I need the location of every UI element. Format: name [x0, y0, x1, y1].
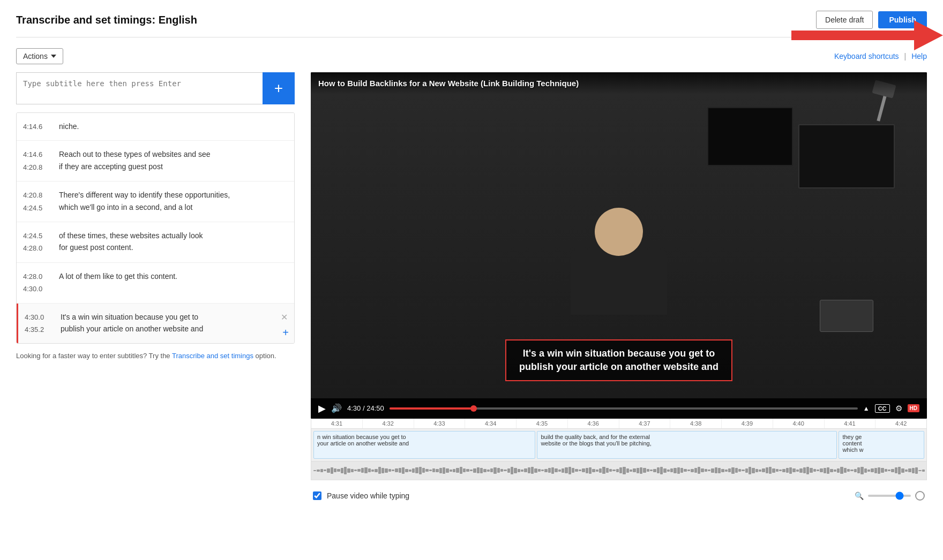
right-panel: How to Build Backlinks for a New Website…	[311, 72, 927, 507]
search-icon: 🔍	[855, 491, 864, 500]
timeline-tick: 4:33	[414, 419, 466, 428]
time-start: 4:28.0	[23, 270, 53, 283]
left-panel: + 4:14.6 niche. 4:14.6 4:20.8	[16, 72, 295, 507]
timeline-tick: 4:39	[722, 419, 773, 428]
hint-text-after: option.	[253, 352, 276, 360]
timeline-ruler: 4:31 4:32 4:33 4:34 4:35 4:36 4:37 4:38 …	[311, 419, 926, 429]
progress-thumb[interactable]	[470, 405, 477, 412]
zoom-slider[interactable]	[868, 495, 911, 497]
time-column: 4:28.0 4:30.0	[23, 270, 53, 296]
bottom-hint: Looking for a faster way to enter subtit…	[16, 352, 295, 360]
time-start: 4:14.6	[23, 148, 53, 161]
timeline-tick: 4:36	[568, 419, 619, 428]
video-controls: ▶ 🔊 4:30 / 24:50 ▲ CC	[311, 398, 927, 419]
progress-bar[interactable]	[390, 407, 858, 410]
toolbar-row: Actions Keyboard shortcuts | Help	[16, 48, 927, 64]
subtitle-text: A lot of them like to get this content.	[59, 270, 288, 282]
timeline-captions: n win situation because you get toyour a…	[311, 429, 926, 461]
time-column: 4:30.0 4:35.2	[25, 311, 54, 336]
chapter-marker-icon: ▲	[863, 405, 870, 412]
subtitle-text: There's different way to identify these …	[59, 189, 288, 213]
timeline-tick: 4:34	[465, 419, 517, 428]
header: Transcribe and set timings: English Dele…	[16, 11, 927, 37]
dropdown-arrow-icon	[51, 55, 56, 58]
subtitle-list: 4:14.6 niche. 4:14.6 4:20.8 Reach out to…	[16, 112, 295, 344]
caption-text: It's a win win situation because you get…	[519, 347, 719, 374]
subtitle-text: of these times, these websites actually …	[59, 230, 288, 254]
time-column: 4:14.6 4:20.8	[23, 148, 53, 173]
actions-label: Actions	[23, 52, 48, 60]
list-item: n win situation because you get toyour a…	[313, 431, 535, 459]
hd-badge[interactable]: HD	[908, 404, 919, 412]
time-start: 4:20.8	[23, 189, 53, 201]
pause-checkbox[interactable]	[313, 491, 321, 500]
table-row: 4:28.0 4:30.0 A lot of them like to get …	[17, 263, 294, 304]
volume-button[interactable]: 🔊	[331, 403, 342, 413]
time-start: 4:14.6	[23, 120, 53, 133]
page-title: Transcribe and set timings: English	[16, 14, 197, 26]
subtitle-input-row: +	[16, 72, 295, 104]
pause-label: Pause video while typing	[327, 491, 409, 500]
timeline-tick: 4:37	[619, 419, 671, 428]
play-button[interactable]: ▶	[318, 403, 326, 414]
remove-subtitle-button[interactable]: ✕	[281, 312, 288, 322]
settings-icon[interactable]: ⚙	[895, 404, 902, 413]
subtitle-input[interactable]	[16, 72, 263, 104]
table-row: 4:30.0 4:35.2 It's a win win situation b…	[17, 304, 294, 344]
timeline-tick: 4:42	[875, 419, 926, 428]
zoom-control: 🔍	[855, 491, 925, 501]
keyboard-shortcuts-link[interactable]: Keyboard shortcuts	[834, 52, 899, 60]
main-content: + 4:14.6 niche. 4:14.6 4:20.8	[16, 72, 927, 507]
help-link[interactable]: Help	[911, 52, 927, 60]
subtitle-text: Reach out to these types of websites and…	[59, 148, 288, 172]
actions-button[interactable]: Actions	[16, 48, 63, 64]
add-below-button[interactable]: +	[282, 327, 289, 339]
toolbar-right: Keyboard shortcuts | Help	[834, 52, 927, 60]
time-start: 4:24.5	[23, 230, 53, 242]
time-end: 4:20.8	[23, 161, 53, 173]
waveform	[311, 461, 926, 480]
cc-button[interactable]: CC	[875, 404, 890, 413]
timeline-tick: 4:41	[825, 419, 876, 428]
time-column: 4:20.8 4:24.5	[23, 189, 53, 214]
video-title: How to Build Backlinks for a New Website…	[318, 79, 919, 88]
toolbar-divider: |	[904, 52, 907, 60]
waveform-bars	[313, 464, 924, 478]
zoom-knob[interactable]	[915, 491, 925, 501]
table-row: 4:24.5 4:28.0 of these times, these webs…	[17, 222, 294, 263]
add-subtitle-button[interactable]: +	[263, 72, 295, 104]
caption-box: It's a win win situation because you get…	[505, 339, 732, 381]
video-player[interactable]: How to Build Backlinks for a New Website…	[311, 72, 927, 419]
subtitle-text: It's a win win situation because you get…	[61, 311, 272, 335]
progress-filled	[390, 407, 474, 410]
table-row: 4:14.6 4:20.8 Reach out to these types o…	[17, 141, 294, 181]
pause-row: Pause video while typing 🔍	[311, 485, 927, 507]
time-start: 4:30.0	[25, 311, 54, 323]
time-display: 4:30 / 24:50	[347, 404, 384, 412]
hint-text-before: Looking for a faster way to enter subtit…	[16, 352, 172, 360]
timeline-tick: 4:32	[363, 419, 414, 428]
video-title-bar: How to Build Backlinks for a New Website…	[311, 72, 927, 94]
add-icon: +	[274, 80, 283, 97]
timeline-container: 4:31 4:32 4:33 4:34 4:35 4:36 4:37 4:38 …	[311, 419, 927, 480]
timeline-tick: 4:40	[773, 419, 825, 428]
timeline-tick: 4:35	[517, 419, 568, 428]
time-column: 4:24.5 4:28.0	[23, 230, 53, 255]
table-row: 4:20.8 4:24.5 There's different way to i…	[17, 181, 294, 222]
time-end: 4:30.0	[23, 283, 53, 295]
table-row: 4:14.6 niche.	[17, 113, 294, 141]
list-item: build the quality back, and for the exte…	[537, 431, 837, 459]
time-end: 4:24.5	[23, 202, 53, 214]
timeline-tick: 4:38	[670, 419, 722, 428]
toolbar-left: Actions	[16, 48, 63, 64]
time-end: 4:35.2	[25, 323, 54, 336]
transcribe-link[interactable]: Transcribe and set timings	[172, 352, 253, 360]
list-item: they gecontentwhich w	[839, 431, 924, 459]
time-column: 4:14.6	[23, 120, 53, 133]
time-end: 4:28.0	[23, 242, 53, 254]
timeline-tick: 4:31	[311, 419, 363, 428]
subtitle-text: niche.	[59, 120, 288, 132]
